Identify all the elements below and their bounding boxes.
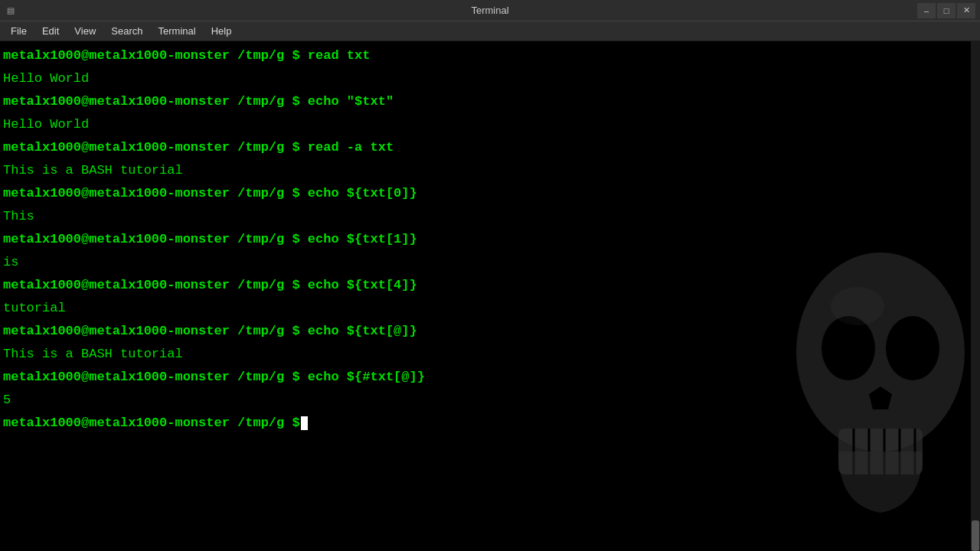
- menu-terminal[interactable]: Terminal: [151, 21, 204, 41]
- terminal-line: metalx1000@metalx1000-monster /tmp/g $ e…: [3, 228, 977, 251]
- terminal-line: metalx1000@metalx1000-monster /tmp/g $ e…: [3, 274, 977, 297]
- window-controls: – □ ✕: [917, 3, 975, 18]
- menu-edit[interactable]: Edit: [34, 21, 67, 41]
- minimize-button[interactable]: –: [917, 3, 936, 18]
- terminal-line: tutorial: [3, 297, 977, 320]
- terminal-line: metalx1000@metalx1000-monster /tmp/g $ r…: [3, 136, 977, 159]
- window-title: Terminal: [471, 5, 508, 16]
- cursor: [301, 416, 308, 430]
- terminal-icon: ▤: [5, 5, 17, 17]
- menu-search[interactable]: Search: [103, 21, 150, 41]
- scrollbar[interactable]: [971, 41, 980, 551]
- terminal-line: metalx1000@metalx1000-monster /tmp/g $ e…: [3, 182, 977, 205]
- maximize-button[interactable]: □: [937, 3, 956, 18]
- terminal-line: This is a BASH tutorial: [3, 343, 977, 366]
- terminal-line: Hello World: [3, 67, 977, 90]
- title-bar-left: ▤: [5, 5, 17, 17]
- prompt-text: metalx1000@metalx1000-monster /tmp/g $: [3, 412, 300, 435]
- terminal-line: This is a BASH tutorial: [3, 159, 977, 182]
- terminal-window: ▤ Terminal – □ ✕ File Edit View Search T…: [0, 0, 980, 551]
- menu-file[interactable]: File: [3, 21, 34, 41]
- terminal-line: Hello World: [3, 113, 977, 136]
- menu-view[interactable]: View: [67, 21, 103, 41]
- terminal-line: metalx1000@metalx1000-monster /tmp/g $ e…: [3, 90, 977, 113]
- terminal-line: 5: [3, 389, 977, 412]
- scrollbar-thumb[interactable]: [972, 520, 979, 551]
- menu-help[interactable]: Help: [204, 21, 240, 41]
- terminal-content: metalx1000@metalx1000-monster /tmp/g $ r…: [0, 41, 980, 438]
- terminal-line: This: [3, 205, 977, 228]
- terminal-line: metalx1000@metalx1000-monster /tmp/g $ e…: [3, 320, 977, 343]
- terminal-body[interactable]: metalx1000@metalx1000-monster /tmp/g $ r…: [0, 41, 980, 551]
- menu-bar: File Edit View Search Terminal Help: [0, 21, 980, 41]
- terminal-line: metalx1000@metalx1000-monster /tmp/g $ r…: [3, 44, 977, 67]
- terminal-line: metalx1000@metalx1000-monster /tmp/g $ e…: [3, 366, 977, 389]
- title-bar: ▤ Terminal – □ ✕: [0, 0, 980, 21]
- close-button[interactable]: ✕: [957, 3, 975, 18]
- terminal-line: metalx1000@metalx1000-monster /tmp/g $: [3, 412, 977, 435]
- terminal-line: is: [3, 251, 977, 274]
